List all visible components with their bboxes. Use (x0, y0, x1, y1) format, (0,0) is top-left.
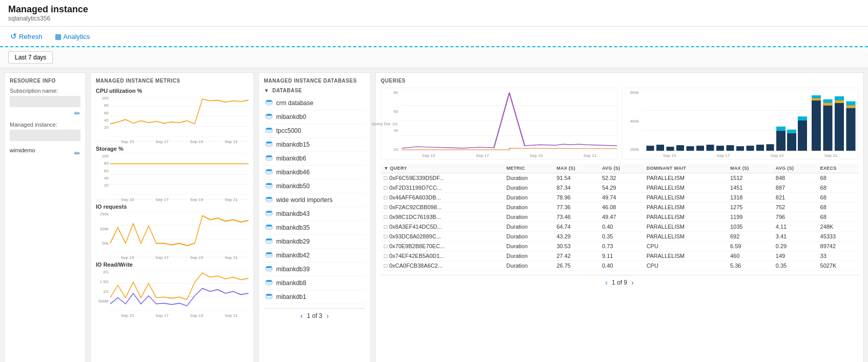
db-item-name: mibankdb15 (276, 141, 309, 148)
table-row[interactable]: □0xF6C59E339D5DF...Duration91.5452.32PAR… (381, 173, 858, 183)
list-item[interactable]: mibankdb39 (264, 263, 365, 276)
database-icon (265, 265, 273, 273)
table-row[interactable]: □0x74EF42EB5A0D1...Duration27.429.11PARA… (381, 251, 858, 261)
query-duration-chart: 80 60 40 20 Query Dur. (s) (381, 88, 617, 159)
list-item[interactable]: mibankdb6 (264, 152, 365, 166)
databases-panel: MANAGED INSTANCE DATABASES ▼ DATABASE cr… (258, 72, 371, 362)
list-item[interactable]: mibankdb0 (264, 110, 365, 124)
cpu-y-20: 20 (96, 125, 109, 130)
list-item[interactable]: mibankdb29 (264, 235, 365, 249)
db-total-pages: 3 (319, 312, 322, 319)
qd-y-20: 20 (381, 147, 398, 152)
svg-rect-77 (727, 145, 734, 151)
list-item[interactable]: mibankdb50 (264, 179, 365, 193)
queries-table: ▼ QUERY METRIC MAX (S) AVG (S) DOMINANT … (381, 164, 858, 271)
filter-icon[interactable]: ▼ (264, 88, 269, 93)
query-icon: □ (384, 243, 387, 249)
query-icon: □ (384, 214, 387, 220)
table-row[interactable]: □0x46AFF6A603DB...Duration78.9649.74PARA… (381, 193, 858, 203)
analytics-button[interactable]: ▦ Analytics (53, 29, 92, 44)
iorw-chart-svg (110, 270, 249, 311)
list-item[interactable]: mibankdb15 (264, 138, 365, 152)
refresh-icon: ↺ (10, 32, 17, 41)
list-item[interactable]: mibankdb42 (264, 249, 365, 263)
svg-rect-68 (846, 106, 856, 108)
col-avg-s: AVG (S) (599, 164, 644, 173)
refresh-button[interactable]: ↺ Refresh (8, 29, 45, 44)
list-item[interactable]: mibankdb46 (264, 166, 365, 179)
qw-x-sep17: Sep 17 (717, 153, 730, 158)
query-icon: □ (384, 194, 387, 200)
cpu-y-60: 60 (96, 111, 109, 115)
query-icon: □ (384, 175, 387, 181)
databases-title: MANAGED INSTANCE DATABASES (264, 78, 365, 84)
table-row[interactable]: □0x93DC8A02889C...Duration43.290.35PARAL… (381, 232, 858, 242)
table-row[interactable]: □0xF2AC92CBB098...Duration77.3646.08PARA… (381, 203, 858, 212)
svg-rect-86 (787, 130, 796, 133)
database-icon (265, 113, 273, 121)
database-icon (265, 237, 273, 246)
table-row[interactable]: □0x70E9B2B8E70EC...Duration30.530.73CPU6… (381, 242, 858, 251)
list-item[interactable]: mibankdb1 (264, 290, 365, 304)
svg-rect-75 (707, 145, 714, 151)
table-row[interactable]: □0x8A3EF414DC5D...Duration64.740.40PARAL… (381, 222, 858, 232)
svg-point-47 (266, 294, 272, 296)
io-y-100k: 100k (96, 227, 109, 231)
main-content: RESOURCE INFO Subscription name: ✏ Manag… (0, 68, 868, 362)
table-row[interactable]: □0xF2D31199D7CC...Duration87.3454.29PARA… (381, 183, 858, 193)
query-filter-icon[interactable]: ▼ (384, 166, 390, 171)
list-item[interactable]: tpcc5000 (264, 124, 365, 138)
cpu-x-sep21: Sep 21 (225, 139, 238, 144)
db-next-page[interactable]: › (326, 312, 329, 320)
storage-y-100: 100 (96, 154, 109, 158)
list-item[interactable]: mibankdb43 (264, 207, 365, 221)
iorw-x-sep21: Sep 21 (225, 313, 238, 318)
subscription-value (10, 96, 80, 107)
database-icon (265, 182, 273, 190)
database-icon (265, 196, 273, 204)
svg-rect-84 (798, 120, 807, 151)
analytics-label: Analytics (64, 33, 90, 41)
svg-rect-69 (647, 146, 654, 151)
queries-prev-page[interactable]: ‹ (605, 278, 608, 287)
cpu-chart-svg (110, 96, 249, 137)
iorw-y-15g: 1.5G (96, 279, 109, 284)
query-dur-svg (402, 90, 617, 151)
database-icon (265, 251, 273, 259)
queries-pagination: ‹ 1 of 9 › (381, 275, 858, 287)
subscription-edit-icon[interactable]: ✏ (10, 109, 80, 117)
storage-x-sep15: Sep 15 (121, 197, 134, 202)
qw-x-sep19: Sep 19 (771, 153, 783, 158)
qw-y-200k: 200k (622, 147, 639, 152)
query-waits-svg (643, 90, 858, 151)
svg-rect-72 (676, 145, 684, 151)
table-row[interactable]: □0xCA0FCB38A6C2...Duration26.750.40CPU5.… (381, 261, 858, 271)
database-icon (265, 210, 273, 218)
list-item[interactable]: crm database (264, 96, 365, 110)
subscription-label: Subscription name: (10, 88, 80, 94)
cpu-y-80: 80 (96, 103, 109, 108)
db-prev-page[interactable]: ‹ (300, 312, 303, 320)
list-item[interactable]: mibankdb8 (264, 276, 365, 290)
list-item[interactable]: mibankdb35 (264, 221, 365, 235)
io-rw-chart-container: IO Read/Write 2G 1.5G 1G 500M (96, 262, 249, 315)
table-row[interactable]: □0x98C1DC76193B...Duration73.4649.47PARA… (381, 212, 858, 222)
db-item-name: mibankdb35 (276, 224, 309, 231)
svg-point-29 (266, 169, 272, 171)
resource-info-title: RESOURCE INFO (10, 78, 80, 84)
iorw-x-sep17: Sep 17 (156, 313, 169, 318)
qw-x-sep21: Sep 21 (824, 153, 837, 158)
query-icon: □ (384, 224, 387, 230)
database-icon (265, 293, 273, 301)
svg-rect-81 (767, 144, 774, 151)
time-range-button[interactable]: Last 7 days (8, 51, 53, 64)
queries-next-page[interactable]: › (631, 278, 634, 287)
db-current-page: 1 (307, 312, 311, 319)
db-item-name: mibankdb29 (276, 238, 309, 245)
queries-title: QUERIES (381, 78, 858, 84)
page-subtitle: sqlanalytics356 (8, 15, 860, 22)
svg-point-45 (266, 280, 272, 282)
svg-rect-87 (798, 116, 807, 120)
list-item[interactable]: wide world importers (264, 193, 365, 207)
db-item-name: mibankdb50 (276, 183, 309, 190)
